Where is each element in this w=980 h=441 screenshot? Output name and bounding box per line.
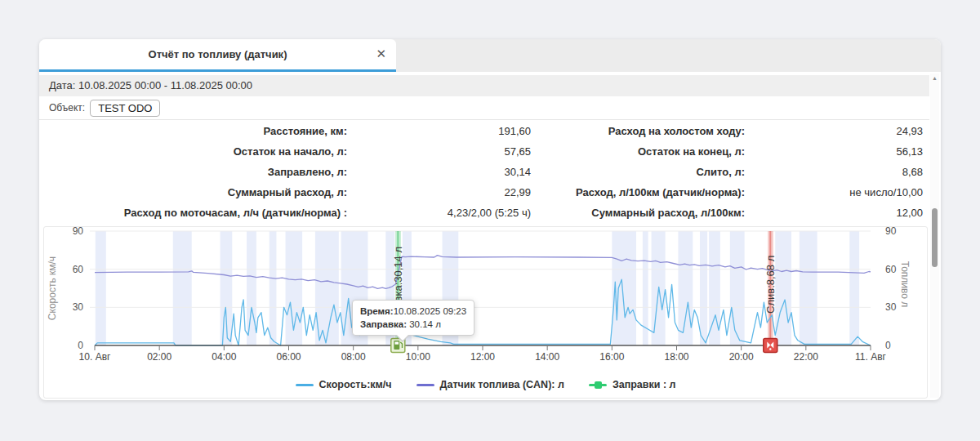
scrollbar-thumb[interactable]: [932, 208, 938, 267]
date-range-bar: Дата: 10.08.2025 00:00 - 11.08.2025 00:0…: [39, 75, 929, 96]
speed-line-swatch-icon: [296, 384, 314, 386]
close-icon[interactable]: ✕: [376, 47, 386, 61]
stat-label: Слито, л:: [531, 162, 745, 182]
y-left-tick-label: 0: [78, 340, 83, 351]
x-tick-label: 06:00: [276, 351, 301, 363]
y-left-axis-title: Скорость км/ч: [47, 256, 58, 320]
legend-item-refuels[interactable]: Заправки : л: [589, 379, 676, 390]
x-tick-label: 12:00: [470, 351, 495, 363]
x-tick-label: 20:00: [729, 351, 754, 363]
scrollbar[interactable]: ▲: [930, 74, 939, 398]
stat-value: 22,99: [347, 182, 531, 203]
stat-label: Расход на холостом ходу:: [531, 121, 745, 141]
y-right-axis-title: Топливо л: [899, 261, 911, 308]
stop-band: [678, 231, 693, 345]
tab-fuel-report[interactable]: Отчёт по топливу (датчик) ✕: [39, 39, 396, 72]
stat-label: Расстояние, км:: [39, 121, 347, 141]
fuel-line-swatch-icon: [416, 384, 434, 386]
stat-label: Суммарный расход, л:: [39, 182, 347, 203]
object-badge[interactable]: TEST ODO: [90, 100, 160, 117]
tooltip-time-value: 10.08.2025 09:23: [394, 306, 467, 316]
stop-band: [800, 231, 817, 345]
legend-item-fuel-sensor[interactable]: Датчик топлива (CAN): л: [416, 379, 564, 390]
object-row: Объект: TEST ODO: [39, 96, 160, 119]
x-tick-label: 02:00: [147, 351, 172, 363]
stop-band: [96, 231, 106, 345]
stat-value: 30,14: [347, 162, 531, 182]
stop-band: [849, 231, 859, 345]
stat-value: не число/10,00: [745, 182, 929, 203]
tooltip-time-label: Время:: [360, 306, 394, 316]
stat-value: 191,60: [347, 121, 531, 141]
stop-band: [173, 231, 192, 345]
fuel-chart-svg: 10. Авг02:0004:0006:0008:0010:0012:0014:…: [44, 227, 926, 364]
refuel-square-marker-icon: [595, 381, 602, 389]
stop-band: [270, 231, 277, 345]
legend-item-speed[interactable]: Скорость:км/ч: [296, 379, 392, 390]
stop-band: [315, 231, 339, 345]
stat-value: 8,68: [745, 162, 929, 182]
y-right-tick-label: 90: [885, 227, 897, 237]
stop-band: [775, 231, 791, 345]
y-right-tick-label: 30: [885, 301, 897, 313]
drain-event-label: Слив:8,68 л: [764, 256, 777, 314]
y-left-tick-label: 30: [73, 301, 84, 313]
tooltip-refuel-line: Заправка: 30.14 л: [360, 318, 466, 331]
object-label: Объект:: [49, 102, 85, 114]
stop-band: [700, 231, 707, 345]
x-tick-label: 04:00: [212, 351, 236, 363]
stat-label: Расход по моточасам, л/ч (датчик/норма) …: [39, 203, 347, 223]
x-tick-label: 08:00: [341, 351, 366, 363]
legend-label: Скорость:км/ч: [319, 379, 392, 390]
stop-band: [247, 231, 256, 345]
x-tick-label: 18:00: [664, 351, 688, 363]
chart-tooltip: Время:10.08.2025 09:23 Заправка: 30.14 л: [352, 300, 474, 336]
fuel-series-line: [95, 256, 871, 289]
drain-marker-icon[interactable]: [764, 339, 777, 353]
x-tick-label: 10. Авг: [79, 351, 111, 363]
x-tick-label: 16:00: [599, 351, 624, 363]
stop-band: [220, 231, 233, 345]
x-tick-label: 14:00: [535, 351, 559, 363]
stop-band: [730, 231, 745, 345]
page-background: Отчёт по топливу (датчик) ✕ Дата: 10.08.…: [0, 0, 980, 441]
stat-label: Остаток на начало, л:: [39, 141, 347, 162]
stat-value: 4,23/2,00 (5:25 ч): [347, 203, 531, 223]
stat-label: Расход, л/100км (датчик/норма):: [531, 182, 745, 203]
x-tick-label: 22:00: [794, 351, 818, 363]
report-window: Отчёт по топливу (датчик) ✕ Дата: 10.08.…: [39, 39, 941, 400]
stats-table: Расстояние, км: 191,60 Расход на холосто…: [39, 121, 929, 223]
y-left-tick-label: 60: [73, 264, 84, 275]
tooltip-time-line: Время:10.08.2025 09:23: [360, 305, 466, 318]
fuel-chart-panel: 10. Авг02:0004:0006:0008:0010:0012:0014:…: [43, 226, 928, 399]
x-tick-label: 10:00: [406, 351, 430, 363]
divider: [39, 119, 929, 120]
x-tick-label: 11. Авг: [855, 351, 887, 363]
tab-title: Отчёт по топливу (датчик): [149, 48, 287, 60]
y-left-tick-label: 90: [73, 227, 84, 237]
tab-bar: Отчёт по топливу (датчик) ✕: [39, 39, 941, 72]
legend-label: Датчик топлива (CAN): л: [440, 379, 564, 390]
tooltip-refuel-value: 30.14 л: [407, 319, 441, 329]
stat-value: 12,00: [745, 203, 929, 223]
stat-label: Заправлено, л:: [39, 162, 347, 182]
stat-value: 24,93: [745, 121, 929, 141]
stat-value: 57,65: [347, 141, 531, 162]
stat-label: Остаток на конец, л:: [531, 141, 745, 162]
chart-legend: Скорость:км/ч Датчик топлива (CAN): л За…: [44, 379, 927, 390]
y-right-tick-label: 0: [885, 340, 891, 351]
legend-label: Заправки : л: [612, 379, 676, 390]
tooltip-refuel-label: Заправка:: [360, 319, 407, 329]
refuel-swatch-icon: [589, 384, 607, 386]
y-right-tick-label: 60: [885, 264, 897, 275]
stat-value: 56,13: [745, 141, 929, 162]
stat-label: Суммарный расход, л/100км:: [531, 203, 745, 223]
scrollbar-up-icon[interactable]: ▲: [930, 75, 939, 81]
speed-series-line: [95, 279, 871, 345]
